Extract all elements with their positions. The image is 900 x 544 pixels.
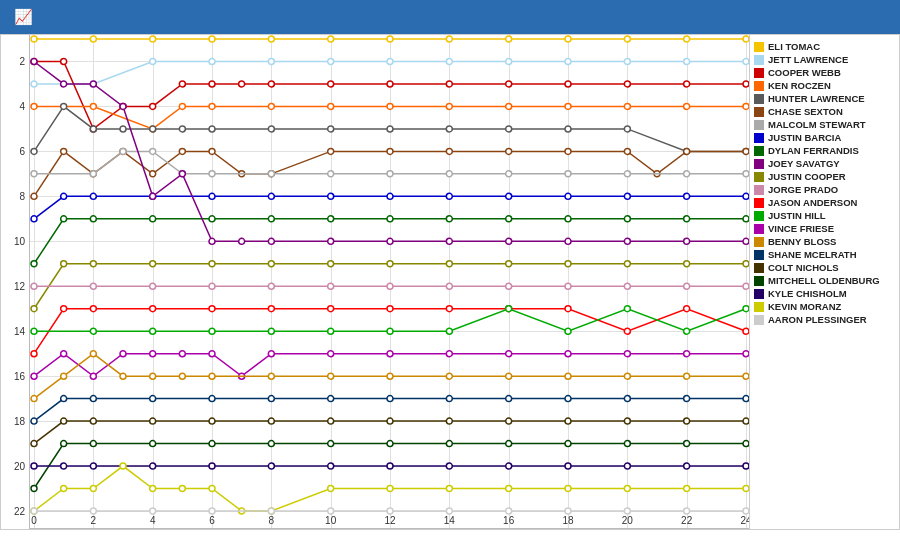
svg-point-247 bbox=[506, 396, 512, 402]
svg-point-136 bbox=[90, 81, 96, 87]
svg-point-193 bbox=[90, 328, 96, 334]
svg-point-207 bbox=[90, 373, 96, 379]
svg-point-150 bbox=[743, 238, 749, 244]
svg-point-167 bbox=[150, 283, 156, 289]
chart-icon: 📈 bbox=[14, 8, 34, 26]
chart-svg bbox=[30, 35, 749, 528]
legend-item: SHANE MCELRATH bbox=[754, 249, 895, 260]
svg-point-169 bbox=[268, 283, 274, 289]
svg-point-133 bbox=[743, 216, 749, 222]
svg-point-173 bbox=[506, 283, 512, 289]
legend-color-swatch bbox=[754, 302, 764, 312]
svg-point-224 bbox=[90, 351, 96, 357]
legend-label: KEN ROCZEN bbox=[768, 80, 831, 91]
svg-point-10 bbox=[624, 36, 630, 42]
y-label: 8 bbox=[19, 191, 25, 202]
svg-point-206 bbox=[61, 351, 67, 357]
legend-label: CHASE SEXTON bbox=[768, 106, 843, 117]
svg-point-159 bbox=[446, 261, 452, 267]
svg-point-245 bbox=[387, 396, 393, 402]
svg-point-110 bbox=[209, 193, 215, 199]
svg-point-104 bbox=[684, 171, 690, 177]
legend-color-swatch bbox=[754, 42, 764, 52]
legend-label: JORGE PRADO bbox=[768, 184, 838, 195]
svg-point-37 bbox=[446, 81, 452, 87]
svg-point-64 bbox=[268, 126, 274, 132]
svg-point-153 bbox=[90, 261, 96, 267]
svg-point-120 bbox=[31, 261, 37, 267]
svg-point-170 bbox=[328, 283, 334, 289]
svg-point-191 bbox=[743, 328, 749, 334]
svg-point-66 bbox=[387, 126, 393, 132]
svg-point-119 bbox=[743, 193, 749, 199]
legend-label: KEVIN MORANZ bbox=[768, 301, 841, 312]
svg-point-35 bbox=[328, 81, 334, 87]
svg-point-236 bbox=[684, 373, 690, 379]
legend-label: ELI TOMAC bbox=[768, 41, 820, 52]
svg-point-225 bbox=[120, 373, 126, 379]
svg-point-309 bbox=[684, 486, 690, 492]
svg-point-161 bbox=[565, 261, 571, 267]
svg-point-304 bbox=[387, 486, 393, 492]
svg-point-262 bbox=[565, 418, 571, 424]
legend-color-swatch bbox=[754, 185, 764, 195]
svg-point-105 bbox=[743, 171, 749, 177]
svg-point-242 bbox=[209, 396, 215, 402]
svg-point-41 bbox=[684, 81, 690, 87]
svg-point-149 bbox=[684, 238, 690, 244]
svg-point-288 bbox=[446, 463, 452, 469]
svg-point-241 bbox=[150, 396, 156, 402]
svg-point-210 bbox=[179, 351, 185, 357]
svg-point-163 bbox=[684, 261, 690, 267]
svg-point-50 bbox=[387, 103, 393, 109]
svg-point-78 bbox=[179, 148, 185, 154]
svg-point-22 bbox=[565, 58, 571, 64]
legend-label: JUSTIN HILL bbox=[768, 210, 826, 221]
svg-point-106 bbox=[31, 216, 37, 222]
svg-point-203 bbox=[684, 328, 690, 334]
svg-point-213 bbox=[268, 351, 274, 357]
svg-point-118 bbox=[684, 193, 690, 199]
svg-point-77 bbox=[150, 171, 156, 177]
svg-point-15 bbox=[150, 58, 156, 64]
svg-point-46 bbox=[179, 103, 185, 109]
svg-point-42 bbox=[743, 81, 749, 87]
svg-point-23 bbox=[624, 58, 630, 64]
svg-point-189 bbox=[624, 328, 630, 334]
svg-point-63 bbox=[209, 126, 215, 132]
svg-point-177 bbox=[743, 283, 749, 289]
svg-point-59 bbox=[90, 126, 96, 132]
svg-point-194 bbox=[150, 328, 156, 334]
svg-point-300 bbox=[209, 486, 215, 492]
svg-point-235 bbox=[624, 373, 630, 379]
svg-point-67 bbox=[446, 126, 452, 132]
svg-point-145 bbox=[446, 238, 452, 244]
svg-point-60 bbox=[120, 126, 126, 132]
svg-point-243 bbox=[268, 396, 274, 402]
svg-point-234 bbox=[565, 373, 571, 379]
header: 📈 bbox=[0, 0, 900, 34]
svg-point-298 bbox=[150, 486, 156, 492]
svg-point-215 bbox=[387, 351, 393, 357]
legend-label: KYLE CHISHOLM bbox=[768, 288, 847, 299]
svg-point-55 bbox=[684, 103, 690, 109]
svg-point-117 bbox=[624, 193, 630, 199]
legend-item: KEN ROCZEN bbox=[754, 80, 895, 91]
legend-label: JOEY SAVATGY bbox=[768, 158, 840, 169]
svg-point-184 bbox=[328, 306, 334, 312]
svg-point-239 bbox=[61, 396, 67, 402]
svg-point-32 bbox=[209, 81, 215, 87]
svg-point-125 bbox=[268, 216, 274, 222]
svg-point-82 bbox=[328, 148, 334, 154]
legend-color-swatch bbox=[754, 172, 764, 182]
svg-point-69 bbox=[565, 126, 571, 132]
legend-label: JUSTIN BARCIA bbox=[768, 132, 841, 143]
svg-point-152 bbox=[61, 261, 67, 267]
svg-point-54 bbox=[624, 103, 630, 109]
svg-point-33 bbox=[239, 81, 245, 87]
legend-label: JETT LAWRENCE bbox=[768, 54, 848, 65]
svg-point-148 bbox=[624, 238, 630, 244]
svg-point-199 bbox=[446, 328, 452, 334]
legend-color-swatch bbox=[754, 107, 764, 117]
svg-point-98 bbox=[328, 171, 334, 177]
